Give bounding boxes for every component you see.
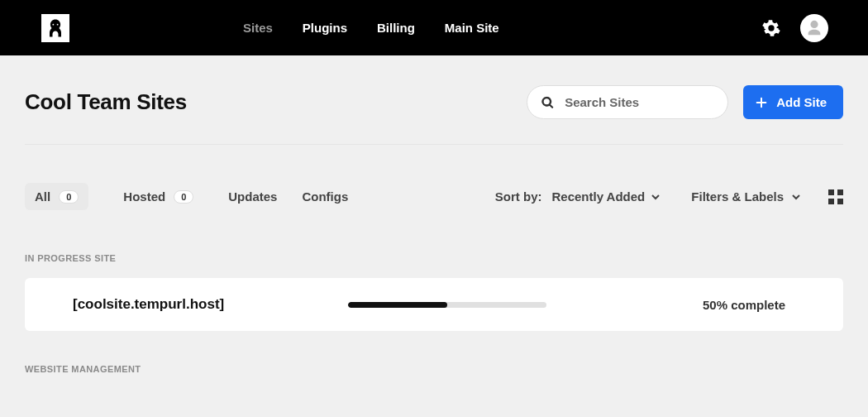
add-site-label: Add Site <box>776 95 827 109</box>
filters-label: Filters & Labels <box>691 189 784 204</box>
progress-bar <box>348 302 546 308</box>
add-site-button[interactable]: Add Site <box>743 85 843 119</box>
title-row: Cool Team Sites Add Site <box>25 85 843 119</box>
svg-rect-2 <box>828 189 834 195</box>
progress-fill <box>348 302 447 308</box>
tab-count: 0 <box>174 190 193 204</box>
tab-all[interactable]: All 0 <box>25 183 88 210</box>
nav-sites[interactable]: Sites <box>243 21 273 35</box>
site-tabs: All 0 Hosted 0 Updates Configs <box>25 183 348 210</box>
nav-billing[interactable]: Billing <box>377 21 415 35</box>
svg-rect-3 <box>837 189 843 195</box>
filter-row: All 0 Hosted 0 Updates Configs Sort by: … <box>25 183 843 210</box>
user-icon <box>805 19 823 37</box>
user-avatar[interactable] <box>800 14 828 42</box>
svg-rect-4 <box>828 199 834 204</box>
chevron-down-icon <box>651 193 660 201</box>
settings-icon[interactable] <box>762 19 780 37</box>
progress-wrap <box>224 302 670 308</box>
nav-plugins[interactable]: Plugins <box>303 21 347 35</box>
sort-select[interactable]: Recently Added <box>551 189 660 204</box>
progress-text: 50% complete <box>670 298 818 312</box>
plus-icon <box>755 96 768 109</box>
main-content: Cool Team Sites Add Site All 0 Hosted <box>0 55 868 399</box>
sort-by: Sort by: Recently Added <box>495 189 660 204</box>
header-right <box>762 14 828 42</box>
filters-labels[interactable]: Filters & Labels <box>691 189 800 204</box>
search-input[interactable] <box>527 85 728 119</box>
nav-links: Sites Plugins Billing Main Site <box>243 21 499 35</box>
logo[interactable] <box>41 14 69 42</box>
sort-label: Sort by: <box>495 189 542 204</box>
gorilla-logo-icon <box>44 17 67 40</box>
nav-main-site[interactable]: Main Site <box>445 21 499 35</box>
tab-label: Hosted <box>123 189 165 204</box>
top-nav: Sites Plugins Billing Main Site <box>0 0 868 55</box>
tab-hosted[interactable]: Hosted 0 <box>113 183 203 210</box>
section-in-progress: IN PROGRESS SITE <box>25 253 843 263</box>
site-card[interactable]: [coolsite.tempurl.host] 50% complete <box>25 278 843 331</box>
search-wrap <box>527 85 728 119</box>
svg-rect-5 <box>837 199 843 204</box>
search-icon <box>541 96 554 108</box>
section-management: WEBSITE MANAGEMENT <box>25 364 843 374</box>
page-title: Cool Team Sites <box>25 89 187 115</box>
tab-updates[interactable]: Updates <box>228 189 277 204</box>
sort-value: Recently Added <box>551 189 645 204</box>
grid-view-icon[interactable] <box>828 189 843 204</box>
tab-count: 0 <box>59 190 79 204</box>
tab-label: All <box>35 189 50 204</box>
divider <box>25 144 843 145</box>
tab-configs[interactable]: Configs <box>302 189 348 204</box>
site-name: [coolsite.tempurl.host] <box>73 296 224 313</box>
svg-point-0 <box>543 98 551 105</box>
chevron-down-icon <box>792 193 800 201</box>
